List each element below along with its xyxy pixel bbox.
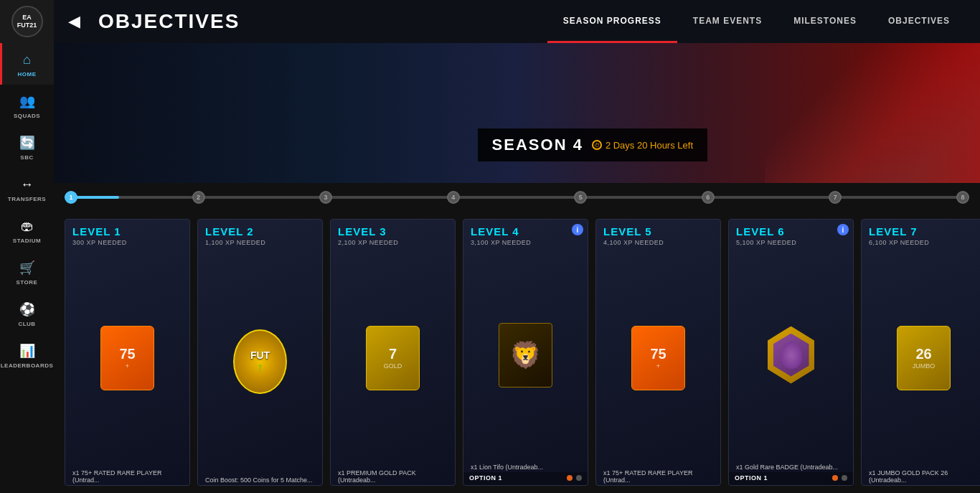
- tab-milestones[interactable]: MILESTONES: [778, 0, 872, 43]
- info-badge-4[interactable]: i: [572, 224, 583, 235]
- level-7-title: LEVEL 7: [869, 225, 979, 238]
- sidebar-item-squads[interactable]: 👥 SQUADS: [0, 85, 54, 126]
- season-badge: SEASON 4 ⏱ 2 Days 20 Hours Left: [478, 128, 707, 161]
- sidebar-item-store[interactable]: 🛒 STORE: [0, 251, 54, 293]
- hero-banner: SEASON 4 ⏱ 2 Days 20 Hours Left: [54, 43, 980, 183]
- card-header-6: LEVEL 6 5,100 XP NEEDED: [729, 220, 853, 249]
- card-header-3: LEVEL 3 2,100 XP NEEDED: [331, 220, 455, 249]
- tab-objectives[interactable]: OBJECTIVES: [872, 0, 966, 43]
- card-image-area-7: 26 JUMBO: [862, 249, 980, 466]
- nav-label-leaderboards: LEADERBOARDS: [1, 362, 54, 369]
- reward-label-4: x1 Lion Tifo (Untradeab...: [463, 461, 588, 472]
- top-bar: ◀ OBJECTIVES SEASON PROGRESS TEAM EVENTS…: [54, 0, 980, 43]
- fut-logo: EAFUT21: [11, 6, 43, 37]
- progress-node-3: 3: [319, 191, 332, 204]
- level-card-1[interactable]: LEVEL 1 300 XP NEEDED 75 + x1 75+ RATED …: [65, 219, 190, 486]
- cards-section: LEVEL 1 300 XP NEEDED 75 + x1 75+ RATED …: [54, 212, 980, 493]
- option-bar-4: OPTION 1: [463, 472, 588, 485]
- level-card-2[interactable]: LEVEL 2 1,100 XP NEEDED FUT ↑ Coin Boost…: [197, 219, 323, 486]
- reward-label-7: x1 JUMBO GOLD PACK 26 (Untradeab...: [862, 466, 980, 485]
- level-6-xp: 5,100 XP NEEDED: [736, 239, 846, 246]
- card-header-4: LEVEL 4 3,100 XP NEEDED: [463, 220, 588, 249]
- progress-line-container: 1 2 3 4 5 6 7 8: [65, 183, 969, 212]
- badge-inner-6: [773, 334, 809, 377]
- card-image-area-5: 75 +: [596, 249, 720, 466]
- sidebar-item-club[interactable]: ⚽ CLUB: [0, 293, 54, 334]
- card-header-7: LEVEL 7 6,100 XP NEEDED: [862, 220, 980, 249]
- lion-tifo-4: 🦁: [499, 323, 552, 388]
- dot-gray-4: [576, 475, 582, 481]
- sidebar-item-leaderboards[interactable]: 📊 LEADERBOARDS: [0, 334, 54, 376]
- home-icon: ⌂: [18, 50, 37, 69]
- player-card-mock-3: 7 GOLD: [366, 326, 420, 390]
- level-4-title: LEVEL 4: [471, 225, 580, 238]
- reward-label-1: x1 75+ RATED RARE PLAYER (Untrad...: [65, 466, 189, 485]
- progress-section: 1 2 3 4 5 6 7 8: [54, 183, 980, 212]
- sbc-icon: 🔄: [18, 133, 37, 152]
- level-card-4[interactable]: LEVEL 4 3,100 XP NEEDED i 🦁 x1 Lion Tifo…: [463, 219, 588, 486]
- level-6-title: LEVEL 6: [736, 225, 846, 238]
- progress-node-1: 1: [65, 191, 77, 204]
- back-button[interactable]: ◀: [68, 12, 80, 31]
- club-icon: ⚽: [18, 300, 37, 319]
- badge-shape-6: [768, 327, 814, 384]
- sidebar-item-sbc[interactable]: 🔄 SBC: [0, 126, 54, 168]
- progress-node-7: 7: [829, 191, 842, 204]
- tab-season-progress[interactable]: SEASON PROGRESS: [547, 0, 677, 43]
- info-badge-6[interactable]: i: [837, 224, 849, 235]
- nav-label-home: HOME: [18, 71, 37, 78]
- level-card-7[interactable]: LEVEL 7 6,100 XP NEEDED 26 JUMBO x1 JUMB…: [861, 219, 980, 486]
- card-image-area-1: 75 +: [65, 249, 189, 466]
- sidebar: EAFUT21 ⌂ HOME 👥 SQUADS 🔄 SBC ↔ TRANSFER…: [0, 0, 54, 493]
- level-4-xp: 3,100 XP NEEDED: [471, 239, 580, 246]
- store-icon: 🛒: [18, 258, 37, 277]
- clock-icon: ⏱: [592, 140, 602, 150]
- coin-pack-2: FUT ↑: [233, 329, 287, 394]
- card-header-2: LEVEL 2 1,100 XP NEEDED: [198, 220, 322, 249]
- leaderboards-icon: 📊: [18, 342, 37, 360]
- season-label: SEASON 4: [492, 136, 583, 154]
- squads-icon: 👥: [18, 92, 37, 111]
- tab-team-events[interactable]: TEAM EVENTS: [677, 0, 778, 43]
- progress-node-8: 8: [956, 191, 969, 204]
- card-image-area-2: FUT ↑: [198, 249, 322, 474]
- level-1-title: LEVEL 1: [72, 225, 182, 238]
- level-1-xp: 300 XP NEEDED: [72, 239, 182, 246]
- sidebar-item-transfers[interactable]: ↔ TRANSFERS: [0, 168, 54, 210]
- badge-egg-6: [781, 342, 802, 369]
- stadium-icon: 🏟: [18, 217, 37, 235]
- progress-node-6: 6: [702, 191, 715, 204]
- card-image-area-6: [729, 249, 853, 461]
- badge-container-6: [764, 323, 818, 388]
- level-card-3[interactable]: LEVEL 3 2,100 XP NEEDED 7 GOLD x1 PREMIU…: [330, 219, 456, 486]
- progress-nodes: 1 2 3 4 5 6 7 8: [65, 191, 969, 204]
- level-card-5[interactable]: LEVEL 5 4,100 XP NEEDED 75 + x1 75+ RATE…: [595, 219, 721, 486]
- card-header-1: LEVEL 1 300 XP NEEDED: [65, 220, 189, 249]
- option-bar-6: OPTION 1: [729, 472, 853, 485]
- level-card-6[interactable]: LEVEL 6 5,100 XP NEEDED i x1 Gold Rare B…: [728, 219, 854, 486]
- main-content: ◀ OBJECTIVES SEASON PROGRESS TEAM EVENTS…: [54, 0, 980, 493]
- sidebar-logo: EAFUT21: [0, 0, 54, 43]
- level-2-title: LEVEL 2: [205, 225, 315, 238]
- option-dots-6: [832, 475, 847, 481]
- level-5-xp: 4,100 XP NEEDED: [603, 239, 713, 246]
- option-label-6: OPTION 1: [735, 474, 768, 482]
- level-7-xp: 6,100 XP NEEDED: [869, 239, 979, 246]
- card-image-area-3: 7 GOLD: [331, 249, 455, 466]
- level-3-title: LEVEL 3: [338, 225, 448, 238]
- transfers-icon: ↔: [18, 175, 37, 194]
- progress-node-4: 4: [447, 191, 460, 204]
- nav-label-squads: SQUADS: [14, 113, 40, 119]
- nav-label-club: CLUB: [18, 321, 35, 327]
- option-dots-4: [567, 475, 582, 481]
- fut-logo-text: EAFUT21: [17, 14, 37, 29]
- level-2-xp: 1,100 XP NEEDED: [205, 239, 315, 246]
- card-header-5: LEVEL 5 4,100 XP NEEDED: [596, 220, 720, 249]
- level-3-xp: 2,100 XP NEEDED: [338, 239, 448, 246]
- nav-label-sbc: SBC: [20, 154, 33, 161]
- page-title: OBJECTIVES: [98, 10, 240, 33]
- sidebar-item-home[interactable]: ⌂ HOME: [0, 43, 54, 85]
- nav-label-stadium: STADIUM: [13, 238, 41, 244]
- sidebar-item-stadium[interactable]: 🏟 STADIUM: [0, 210, 54, 251]
- jumbo-gold-7: 26 JUMBO: [897, 326, 951, 390]
